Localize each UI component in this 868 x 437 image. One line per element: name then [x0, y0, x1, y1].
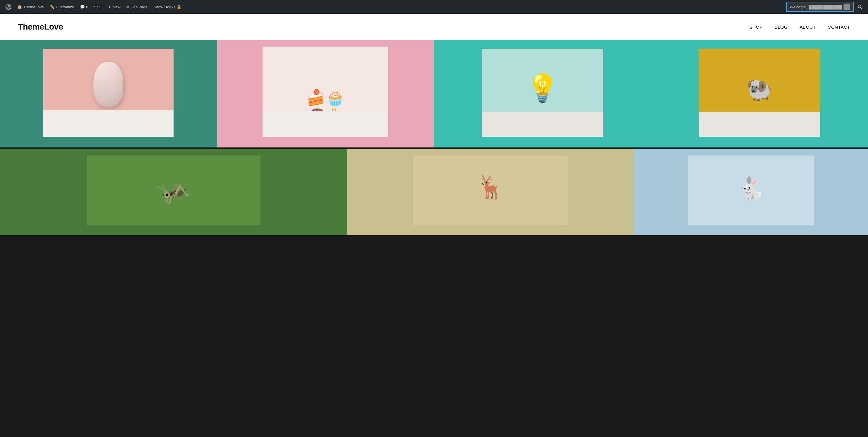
site-header: ThemeLove SHOP BLOG ABOUT CONTACT	[0, 14, 868, 40]
gallery-cell-2-2[interactable]: 🦌	[347, 149, 633, 235]
gallery-cell-2-1[interactable]: 🦗	[0, 149, 347, 235]
gallery: 🍰🧁 🍩🎂 💡 🐏	[0, 40, 868, 235]
gallery-row-1: 🍰🧁 🍩🎂 💡 🐏	[0, 40, 868, 147]
gallery-row-2: 🦗 🦌 🐇	[0, 149, 868, 235]
admin-show-hooks[interactable]: Show Hooks 🔒	[151, 0, 184, 14]
edit-icon: ✏	[126, 5, 130, 9]
welcome-username: ████████████	[809, 5, 842, 9]
admin-edit-page[interactable]: ✏ Edit Page	[124, 0, 150, 14]
admin-bar-right: Welcome, ████████████	[786, 0, 865, 14]
admin-new[interactable]: ＋ New	[105, 0, 123, 14]
site-logo[interactable]: ThemeLove	[18, 22, 63, 32]
nav-shop[interactable]: SHOP	[749, 25, 763, 30]
admin-customize[interactable]: ✏️ Customize	[48, 0, 76, 14]
svg-line-2	[861, 8, 862, 9]
welcome-box[interactable]: Welcome, ████████████	[786, 2, 854, 12]
shield-icon: 🛡	[94, 5, 98, 9]
wp-logo[interactable]	[3, 0, 14, 14]
nav-contact[interactable]: CONTACT	[828, 25, 850, 30]
user-avatar	[843, 4, 850, 10]
nav-about[interactable]: ABOUT	[800, 25, 816, 30]
customize-icon: ✏️	[50, 5, 55, 9]
admin-security[interactable]: 🛡 3	[92, 0, 104, 14]
nav-blog[interactable]: BLOG	[775, 25, 788, 30]
admin-site-name[interactable]: 🏠 ThemeLove	[15, 0, 46, 14]
gallery-cell-1-4[interactable]: 🐏	[651, 40, 868, 147]
admin-comments[interactable]: 💬 0	[78, 0, 91, 14]
search-button[interactable]	[855, 0, 865, 14]
admin-bar: 🏠 ThemeLove ✏️ Customize 💬 0 🛡 3 ＋ New ✏…	[0, 0, 868, 14]
svg-point-1	[858, 5, 861, 8]
comments-icon: 💬	[80, 5, 85, 9]
plus-icon: ＋	[107, 4, 112, 9]
lock-icon: 🔒	[177, 5, 181, 9]
gallery-cell-2-3[interactable]: 🐇	[633, 149, 868, 235]
site-nav: SHOP BLOG ABOUT CONTACT	[749, 25, 850, 30]
gallery-cell-1-1[interactable]	[0, 40, 217, 147]
gallery-cell-1-3[interactable]: 💡	[434, 40, 651, 147]
gallery-cell-1-2[interactable]: 🍰🧁 🍩🎂	[217, 40, 434, 147]
site-name-icon: 🏠	[17, 5, 22, 9]
